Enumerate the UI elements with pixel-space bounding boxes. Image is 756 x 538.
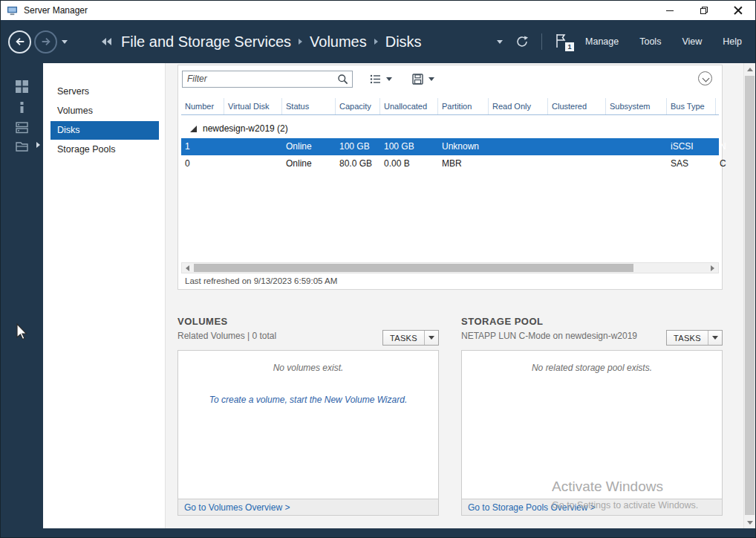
cell-name: C	[716, 155, 726, 172]
column-header-clustered[interactable]: Clustered	[548, 98, 606, 114]
cell-read-only	[489, 155, 548, 172]
filter-input[interactable]	[183, 71, 352, 87]
sidebar-item-disks[interactable]: Disks	[50, 121, 159, 140]
column-header-name[interactable]: N	[716, 98, 720, 114]
disk-row[interactable]: 0 Online 80.0 GB 0.00 B MBR SAS C	[181, 155, 719, 172]
all-servers-icon[interactable]	[15, 120, 29, 134]
back-button[interactable]	[8, 30, 31, 54]
forward-arrow-icon	[40, 36, 52, 48]
column-header-number[interactable]: Number	[181, 98, 224, 114]
disks-table-header: Number Virtual Disk Status Capacity Unal…	[181, 98, 719, 115]
breadcrumb-disks[interactable]: Disks	[385, 33, 422, 51]
disk-row-selected[interactable]: 1 Online 100 GB 100 GB Unknown iSCSI N	[181, 138, 719, 155]
column-header-partition[interactable]: Partition	[438, 98, 489, 114]
breadcrumb-volumes[interactable]: Volumes	[310, 33, 367, 51]
go-to-storage-pools-overview-link[interactable]: Go to Storage Pools Overview >	[468, 502, 596, 513]
server-manager-window: Server Manager File and Storage Services…	[0, 0, 756, 538]
cell-partition: MBR	[438, 155, 489, 172]
menu-help[interactable]: Help	[718, 36, 746, 47]
go-to-volumes-overview-link[interactable]: Go to Volumes Overview >	[184, 502, 290, 513]
close-button[interactable]	[721, 1, 755, 20]
window-title: Server Manager	[24, 5, 88, 16]
notifications-flag-button[interactable]: 1	[554, 33, 569, 50]
collapse-breadcrumb-icon[interactable]	[102, 38, 111, 45]
search-icon[interactable]	[337, 74, 349, 85]
forward-button[interactable]	[34, 30, 57, 54]
breadcrumb-dropdown-caret-icon[interactable]	[497, 40, 503, 44]
volumes-empty-text: No volumes exist.	[178, 363, 438, 373]
column-header-status[interactable]: Status	[282, 98, 336, 114]
dropdown-caret-icon	[386, 77, 392, 81]
cell-virtual-disk	[224, 155, 282, 172]
sidebar-item-storage-pools[interactable]: Storage Pools	[50, 140, 159, 159]
cell-clustered	[548, 155, 606, 172]
column-header-subsystem[interactable]: Subsystem	[606, 98, 667, 114]
cell-unallocated: 0.00 B	[380, 155, 438, 172]
navbar: File and Storage Services Volumes Disks …	[1, 20, 755, 63]
scroll-left-button[interactable]	[182, 263, 193, 273]
last-refreshed-status: Last refreshed on 9/13/2023 6:59:05 AM	[185, 276, 337, 285]
cell-bus-type: SAS	[667, 155, 716, 172]
column-header-virtual-disk[interactable]: Virtual Disk	[224, 98, 282, 114]
expand-pane-icon[interactable]	[36, 142, 40, 148]
cell-subsystem	[606, 138, 667, 155]
vertical-scrollbar[interactable]	[743, 63, 755, 528]
notification-count-badge: 1	[565, 42, 574, 51]
cell-capacity: 100 GB	[336, 138, 380, 155]
tasks-caret-icon	[425, 336, 438, 340]
breadcrumb-file-storage-services[interactable]: File and Storage Services	[121, 33, 291, 51]
scroll-up-button[interactable]	[744, 63, 755, 75]
volumes-tasks-button[interactable]: TASKS	[382, 330, 439, 346]
local-server-icon[interactable]	[15, 100, 29, 114]
save-query-dropdown[interactable]	[408, 71, 437, 87]
filter-criteria-dropdown[interactable]	[366, 71, 395, 87]
storage-pool-tasks-button[interactable]: TASKS	[666, 330, 723, 346]
new-volume-wizard-link[interactable]: To create a volume, start the New Volume…	[178, 395, 438, 405]
server-group-row[interactable]: newdesign-w2019 (2)	[181, 119, 719, 138]
cell-bus-type: iSCSI	[667, 138, 716, 155]
storage-pool-tile-header: STORAGE POOL NETAPP LUN C-Mode on newdes…	[461, 316, 723, 349]
column-header-capacity[interactable]: Capacity	[336, 98, 380, 114]
cell-status: Online	[282, 155, 336, 172]
menu-view[interactable]: View	[677, 36, 706, 47]
cell-status: Online	[282, 138, 336, 155]
volumes-tile-footer: Go to Volumes Overview >	[177, 499, 439, 516]
navbar-divider	[541, 33, 542, 50]
file-and-storage-services-icon[interactable]	[15, 140, 29, 154]
storage-pool-tile-body: No related storage pool exists.	[461, 350, 723, 499]
minimize-button[interactable]	[653, 1, 687, 20]
vertical-scroll-thumb[interactable]	[745, 76, 755, 515]
menu-manage[interactable]: Manage	[581, 36, 623, 47]
cell-capacity: 80.0 GB	[336, 155, 380, 172]
horizontal-scrollbar[interactable]	[181, 262, 719, 273]
sidebar-item-volumes[interactable]: Volumes	[50, 102, 159, 120]
disks-toolbar	[182, 70, 718, 88]
cell-virtual-disk	[224, 138, 282, 155]
storage-pool-title: STORAGE POOL	[461, 316, 723, 327]
tasks-label: TASKS	[667, 334, 708, 343]
menu-tools[interactable]: Tools	[635, 36, 665, 47]
refresh-icon[interactable]	[515, 34, 529, 49]
app-icon	[7, 5, 18, 16]
column-header-unallocated[interactable]: Unallocated	[380, 98, 438, 114]
cell-name: N	[716, 138, 726, 155]
nav-history-caret-icon[interactable]	[62, 40, 68, 44]
sidebar-item-servers[interactable]: Servers	[50, 82, 159, 101]
back-arrow-icon	[14, 36, 26, 48]
criteria-list-icon	[369, 73, 382, 85]
column-header-bus-type[interactable]: Bus Type	[667, 98, 716, 114]
scroll-down-button[interactable]	[744, 516, 755, 528]
collapse-panel-button[interactable]	[698, 71, 712, 85]
cell-number: 1	[181, 138, 224, 155]
cell-number: 0	[181, 155, 224, 172]
volumes-tile-body: No volumes exist. To create a volume, st…	[177, 350, 439, 499]
dashboard-icon[interactable]	[15, 80, 29, 94]
window-bottom-frame	[1, 528, 755, 537]
tasks-label: TASKS	[383, 334, 424, 343]
restore-button[interactable]	[687, 1, 721, 20]
horizontal-scroll-thumb[interactable]	[194, 264, 633, 272]
minimize-icon	[666, 10, 674, 11]
column-header-read-only[interactable]: Read Only	[489, 98, 548, 114]
scroll-right-button[interactable]	[707, 263, 718, 273]
disks-panel: Number Virtual Disk Status Capacity Unal…	[177, 65, 723, 290]
